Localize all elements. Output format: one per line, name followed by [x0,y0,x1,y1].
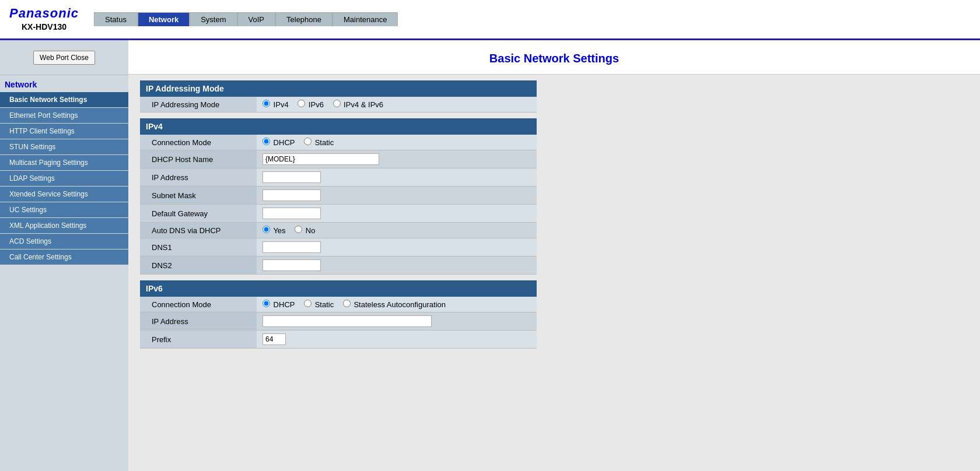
ipv4-ipv6-radio[interactable] [333,100,341,107]
sidebar: Web Port Close Network Basic Network Set… [0,40,128,471]
ip-address-value [257,168,537,187]
dns1-input[interactable] [262,241,321,253]
prefix-input[interactable] [262,333,286,345]
subnet-mask-input[interactable] [262,189,321,201]
dns1-label: DNS1 [140,238,257,256]
static-radio-label[interactable]: Static [304,138,334,147]
ipv6-static-radio-label[interactable]: Static [304,300,334,309]
no-radio[interactable] [295,226,302,233]
header: Panasonic KX-HDV130 StatusNetworkSystemV… [0,0,980,40]
ipv6-ip-address-value [257,312,537,331]
sidebar-item-xtended-service[interactable]: Xtended Service Settings [0,187,128,202]
ipv4-radio[interactable] [262,100,270,107]
dhcp-host-name-value [257,150,537,168]
ipv4-header: IPv4 [140,118,537,135]
dhcp-radio[interactable] [262,138,270,145]
dhcp-host-name-input[interactable] [262,153,379,165]
sidebar-item-stun[interactable]: STUN Settings [0,139,128,154]
auto-dns-value: Yes No [257,223,537,238]
default-gateway-label: Default Gateway [140,205,257,223]
ip-addressing-mode-header: IP Addressing Mode [140,80,537,97]
ipv6-radio[interactable] [298,100,305,107]
ipv4-table: IPv4 Connection Mode DHCP Static DHCP Ho… [140,118,537,275]
sidebar-item-http-client[interactable]: HTTP Client Settings [0,124,128,139]
sidebar-top: Web Port Close [0,40,128,75]
sidebar-items: Basic Network SettingsEthernet Port Sett… [0,92,128,265]
nav-tab-network[interactable]: Network [138,12,190,26]
ipv6-header: IPv6 [140,280,537,297]
prefix-label: Prefix [140,331,257,349]
auto-dns-label: Auto DNS via DHCP [140,223,257,238]
yes-radio-label[interactable]: Yes [262,226,286,235]
nav-tab-telephone[interactable]: Telephone [275,12,332,26]
ipv6-stateless-radio[interactable] [343,300,351,307]
dns1-value [257,238,537,256]
prefix-value [257,331,537,349]
sidebar-item-ethernet-port[interactable]: Ethernet Port Settings [0,108,128,123]
ipv6-static-radio[interactable] [304,300,312,307]
sidebar-item-acd[interactable]: ACD Settings [0,234,128,249]
nav-tab-voip[interactable]: VoIP [237,12,275,26]
logo: Panasonic KX-HDV130 [0,3,88,35]
nav-tabs: StatusNetworkSystemVoIPTelephoneMaintena… [94,12,398,26]
ipv6-table: IPv6 Connection Mode DHCP Static Statele… [140,280,537,349]
content-area: IP Addressing Mode IP Addressing Mode IP… [128,75,980,360]
subnet-mask-label: Subnet Mask [140,187,257,205]
sidebar-section-title: Network [0,75,128,92]
web-port-close-button[interactable]: Web Port Close [33,51,95,65]
sidebar-item-ldap[interactable]: LDAP Settings [0,171,128,186]
ipv6-stateless-radio-label[interactable]: Stateless Autoconfiguration [343,300,446,309]
dhcp-radio-label[interactable]: DHCP [262,138,295,147]
ipv6-ip-address-input[interactable] [262,315,432,327]
ipv6-radio-label[interactable]: IPv6 [298,100,324,109]
brand-name: Panasonic [9,6,79,21]
static-radio[interactable] [304,138,312,145]
dns2-label: DNS2 [140,256,257,275]
ip-address-input[interactable] [262,171,321,183]
page-title: Basic Network Settings [128,40,980,75]
nav-tab-maintenance[interactable]: Maintenance [332,12,398,26]
no-radio-label[interactable]: No [295,226,315,235]
connection-mode-label: Connection Mode [140,135,257,150]
default-gateway-input[interactable] [262,208,321,219]
subnet-mask-value [257,187,537,205]
dns2-input[interactable] [262,259,321,271]
ipv4-radio-label[interactable]: IPv4 [262,100,289,109]
ip-addressing-mode-label: IP Addressing Mode [140,97,257,113]
sidebar-item-basic-network[interactable]: Basic Network Settings [0,92,128,107]
ip-addressing-mode-table: IP Addressing Mode IP Addressing Mode IP… [140,80,537,113]
sidebar-item-xml-application[interactable]: XML Application Settings [0,218,128,233]
nav-tab-status[interactable]: Status [94,12,138,26]
sidebar-item-uc-settings[interactable]: UC Settings [0,202,128,217]
sidebar-item-call-center[interactable]: Call Center Settings [0,249,128,265]
dhcp-host-name-label: DHCP Host Name [140,150,257,168]
nav-tab-system[interactable]: System [190,12,237,26]
ipv6-dhcp-radio-label[interactable]: DHCP [262,300,295,309]
main-content: Basic Network Settings IP Addressing Mod… [128,40,980,471]
dns2-value [257,256,537,275]
ipv6-connection-mode-value: DHCP Static Stateless Autoconfiguration [257,297,537,312]
default-gateway-value [257,205,537,223]
connection-mode-value: DHCP Static [257,135,537,150]
yes-radio[interactable] [262,226,270,233]
ip-addressing-mode-value: IPv4 IPv6 IPv4 & IPv6 [257,97,537,113]
ipv6-connection-mode-label: Connection Mode [140,297,257,312]
sidebar-item-multicast-paging[interactable]: Multicast Paging Settings [0,155,128,170]
ipv6-ip-address-label: IP Address [140,312,257,331]
ip-address-label: IP Address [140,168,257,187]
page-layout: Web Port Close Network Basic Network Set… [0,40,980,471]
ipv6-dhcp-radio[interactable] [262,300,270,307]
model-number: KX-HDV130 [9,21,79,33]
ipv4-ipv6-radio-label[interactable]: IPv4 & IPv6 [333,100,384,109]
